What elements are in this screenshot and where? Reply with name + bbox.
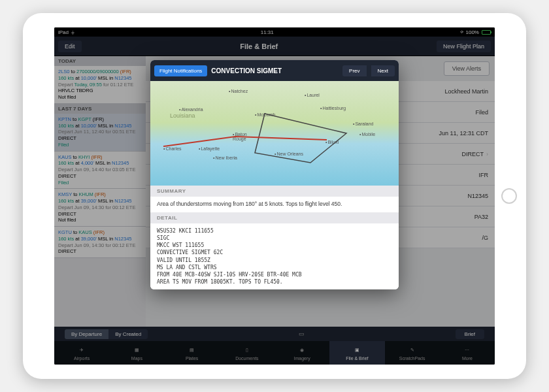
detail-text: WSUS32 KKCI 111655 SIGC MKCC WST 111655 … [150, 223, 399, 290]
modal-header: Flight Notifications CONVECTION SIGMET P… [150, 60, 399, 81]
summary-header: SUMMARY [150, 186, 399, 197]
sigmet-modal: Flight Notifications CONVECTION SIGMET P… [150, 60, 399, 289]
detail-header: DETAIL [150, 212, 399, 223]
sigmet-polygon [150, 81, 399, 186]
summary-text: Area of thunderstorms moving from 180° a… [150, 197, 399, 212]
prev-button[interactable]: Prev [342, 65, 366, 76]
flight-notifications-button[interactable]: Flight Notifications [154, 65, 207, 76]
home-button[interactable] [501, 188, 517, 204]
app-screen: iPad ⏚ 11:31 ⟡ 100% Edit File & Brief Ne… [54, 27, 495, 365]
ipad-frame: iPad ⏚ 11:31 ⟡ 100% Edit File & Brief Ne… [23, 13, 526, 379]
sigmet-map[interactable]: Louisiana Natchez Laurel Hattiesburg Ale… [150, 81, 399, 186]
modal-title: CONVECTION SIGMET [211, 67, 339, 74]
modal-overlay[interactable]: Flight Notifications CONVECTION SIGMET P… [54, 27, 495, 365]
next-button[interactable]: Next [371, 65, 395, 76]
